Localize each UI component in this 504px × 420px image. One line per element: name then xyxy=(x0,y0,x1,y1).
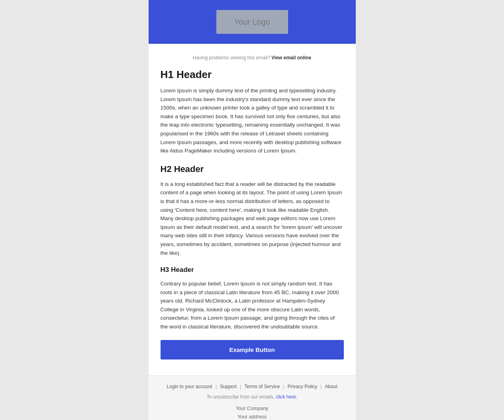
logo-text: Your Logo xyxy=(234,18,270,27)
company-info: Your Company Your address xyxy=(157,404,348,420)
email-body: Having problems viewing this email? View… xyxy=(149,44,356,375)
page-wrapper: Your Logo Having problems viewing this e… xyxy=(0,0,504,420)
paragraph-1: Lorem Ipsum is simply dummy text of the … xyxy=(161,86,344,155)
view-online-bar: Having problems viewing this email? View… xyxy=(161,55,344,61)
paragraph-2: It is a long established fact that a rea… xyxy=(161,180,344,257)
unsubscribe-prefix: To unsubscribe from our emails, xyxy=(207,394,275,400)
unsubscribe-link[interactable]: click here. xyxy=(276,394,297,400)
footer-links: Login to your account | Support | Terms … xyxy=(157,384,348,389)
unsubscribe-text: To unsubscribe from our emails, click he… xyxy=(157,394,348,400)
view-online-prefix: Having problems viewing this email? xyxy=(193,55,270,61)
paragraph-3: Contrary to popular belief, Lorem Ipsum … xyxy=(161,279,344,331)
footer-link-about[interactable]: About xyxy=(325,384,337,389)
email-header: Your Logo xyxy=(149,0,356,44)
example-button[interactable]: Example Button xyxy=(161,340,344,359)
footer-link-support[interactable]: Support xyxy=(220,384,237,389)
h3-header: H3 Header xyxy=(161,266,344,274)
separator-4: | xyxy=(320,384,322,389)
view-online-link[interactable]: View email online xyxy=(271,55,311,61)
separator-3: | xyxy=(283,384,284,389)
logo-placeholder: Your Logo xyxy=(216,10,288,34)
footer-link-tos[interactable]: Terms of Service xyxy=(244,384,280,389)
h2-header: H2 Header xyxy=(161,164,344,174)
email-container: Your Logo Having problems viewing this e… xyxy=(149,0,356,420)
footer-link-privacy[interactable]: Privacy Policy xyxy=(288,384,318,389)
separator-2: | xyxy=(240,384,241,389)
h1-header: H1 Header xyxy=(161,68,344,81)
separator-1: | xyxy=(216,384,217,389)
company-name: Your Company xyxy=(157,404,348,413)
footer-link-login[interactable]: Login to your account xyxy=(167,384,212,389)
company-address: Your address xyxy=(157,413,348,420)
email-footer: Login to your account | Support | Terms … xyxy=(149,375,356,420)
